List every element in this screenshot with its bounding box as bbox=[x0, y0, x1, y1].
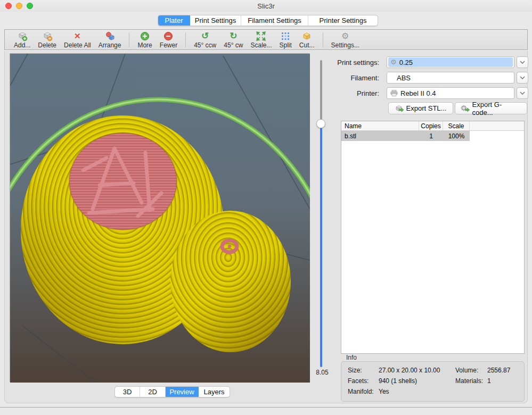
delete-all-icon: ✕ bbox=[74, 31, 81, 42]
size-value: 27.00 x 20.00 x 10.00 bbox=[379, 367, 440, 374]
filament-dropdown-button[interactable] bbox=[517, 72, 528, 84]
object-list[interactable]: Name Copies Scale b.stl 1 100% bbox=[341, 121, 525, 354]
toolbar-label: Delete All bbox=[64, 42, 91, 49]
printer-icon bbox=[390, 90, 398, 96]
volume-label: Volume: bbox=[455, 367, 487, 374]
rotate-cw-icon: ↻ bbox=[230, 31, 237, 42]
gear-icon: ⚙ bbox=[390, 58, 397, 67]
tab-filament-settings[interactable]: Filament Settings bbox=[241, 15, 308, 26]
toolbar-separator bbox=[129, 32, 129, 47]
tab-3d[interactable]: 3D bbox=[115, 387, 140, 397]
filament-combobox[interactable]: ABS bbox=[387, 72, 514, 84]
export-stl-icon bbox=[395, 105, 404, 112]
toolbar-label: Cut... bbox=[299, 42, 315, 49]
tab-print-settings[interactable]: Print Settings bbox=[190, 15, 241, 26]
print-settings-label: Print settings: bbox=[329, 59, 379, 67]
rotate-cw-button[interactable]: ↻ 45° cw bbox=[220, 30, 247, 49]
tab-2d[interactable]: 2D bbox=[140, 387, 166, 397]
view-mode-tabs: 3D 2D Preview Layers bbox=[114, 386, 230, 397]
column-header-scale[interactable]: Scale bbox=[443, 121, 470, 130]
object-copies: 1 bbox=[419, 132, 443, 140]
print-settings-value: 0.25 bbox=[399, 59, 413, 67]
export-gcode-button[interactable]: Export G-code... bbox=[455, 102, 527, 114]
tab-layers[interactable]: Layers bbox=[199, 387, 230, 397]
toolbar-label: Arrange bbox=[99, 42, 121, 49]
toolbar-label: 45° ccw bbox=[194, 42, 216, 49]
export-stl-button[interactable]: Export STL... bbox=[388, 102, 453, 114]
arrange-button[interactable]: Arrange bbox=[95, 30, 125, 49]
table-row[interactable]: b.stl 1 100% bbox=[341, 131, 524, 141]
printer-combobox[interactable]: Rebel II 0.4 bbox=[387, 87, 514, 99]
print-settings-dropdown-button[interactable] bbox=[517, 56, 528, 68]
chevron-down-icon bbox=[520, 76, 525, 79]
filament-label: Filament: bbox=[329, 74, 379, 82]
toolbar-separator bbox=[185, 32, 186, 47]
manifold-value: Yes bbox=[379, 388, 389, 395]
delete-button[interactable]: Delete bbox=[34, 30, 60, 49]
cut-icon bbox=[301, 31, 312, 42]
main-tab-bar: Plater Print Settings Filament Settings … bbox=[158, 15, 378, 26]
printer-value: Rebel II 0.4 bbox=[400, 89, 436, 97]
fewer-button[interactable]: Fewer bbox=[156, 30, 181, 49]
column-header-copies[interactable]: Copies bbox=[419, 121, 443, 130]
toolbar-label: 45° cw bbox=[224, 42, 243, 49]
materials-value: 1 bbox=[487, 377, 491, 385]
rotate-ccw-icon: ↺ bbox=[201, 31, 209, 42]
volume-value: 2556.87 bbox=[487, 367, 510, 374]
facets-label: Facets: bbox=[348, 377, 379, 385]
add-button[interactable]: Add... bbox=[10, 30, 34, 49]
layer-slider-track[interactable] bbox=[320, 60, 322, 124]
toolbar-label: Settings... bbox=[331, 42, 359, 49]
export-gcode-label: Export G-code... bbox=[472, 101, 521, 117]
delete-icon bbox=[42, 31, 53, 42]
object-scale: 100% bbox=[443, 132, 470, 140]
split-icon bbox=[281, 31, 290, 42]
settings-icon: ⚙ bbox=[341, 31, 349, 42]
tab-printer-settings[interactable]: Printer Settings bbox=[308, 15, 378, 26]
bottom-strip bbox=[0, 408, 532, 415]
export-stl-label: Export STL... bbox=[406, 104, 447, 112]
print-settings-combobox[interactable]: ⚙ 0.25 bbox=[387, 56, 514, 68]
info-box: Size: 27.00 x 20.00 x 10.00 Volume: 2556… bbox=[341, 361, 525, 402]
printer-label: Printer: bbox=[329, 89, 379, 97]
object-list-header: Name Copies Scale bbox=[341, 121, 524, 131]
3d-viewport[interactable] bbox=[10, 53, 309, 382]
title-bar: Slic3r bbox=[0, 0, 532, 12]
printer-dropdown-button[interactable] bbox=[517, 87, 528, 99]
layer-slider-thumb[interactable] bbox=[316, 119, 325, 128]
manifold-label: Manifold: bbox=[348, 388, 379, 395]
toolbar-label: Add... bbox=[14, 42, 30, 49]
toolbar-label: Delete bbox=[38, 42, 56, 49]
object-name: b.stl bbox=[341, 132, 419, 140]
settings-button[interactable]: ⚙ Settings... bbox=[328, 30, 363, 49]
scale-icon bbox=[256, 31, 266, 42]
tab-preview[interactable]: Preview bbox=[166, 387, 199, 397]
scale-button[interactable]: Scale... bbox=[247, 30, 275, 49]
delete-all-button[interactable]: ✕ Delete All bbox=[60, 30, 95, 49]
split-button[interactable]: Split bbox=[275, 30, 295, 49]
column-header-filler bbox=[470, 121, 524, 130]
toolbar: Add... Delete ✕ Delete All Arrange More bbox=[4, 29, 528, 50]
chevron-down-icon bbox=[520, 92, 525, 95]
toolbar-separator bbox=[323, 32, 323, 47]
tab-plater[interactable]: Plater bbox=[158, 15, 190, 26]
info-section-title: Info bbox=[346, 354, 357, 361]
size-label: Size: bbox=[348, 367, 379, 374]
more-button[interactable]: More bbox=[134, 30, 155, 49]
arrange-icon bbox=[104, 31, 115, 42]
slic3r-window: Slic3r Plater Print Settings Filament Se… bbox=[0, 0, 532, 415]
toolbar-label: Fewer bbox=[160, 42, 177, 49]
toolbar-label: More bbox=[137, 42, 152, 49]
layer-slider-track-filled[interactable] bbox=[320, 124, 322, 367]
column-header-name[interactable]: Name bbox=[341, 121, 419, 130]
facets-value: 940 (1 shells) bbox=[379, 377, 417, 385]
rotate-ccw-button[interactable]: ↺ 45° ccw bbox=[190, 30, 220, 49]
toolbar-label: Split bbox=[279, 42, 291, 49]
filament-value: ABS bbox=[397, 74, 411, 82]
add-icon bbox=[17, 31, 28, 42]
more-icon bbox=[140, 31, 150, 42]
export-gcode-icon bbox=[461, 105, 470, 112]
cut-button[interactable]: Cut... bbox=[296, 30, 318, 49]
window-title: Slic3r bbox=[0, 2, 532, 10]
layer-height-value: 8.05 bbox=[310, 369, 334, 376]
